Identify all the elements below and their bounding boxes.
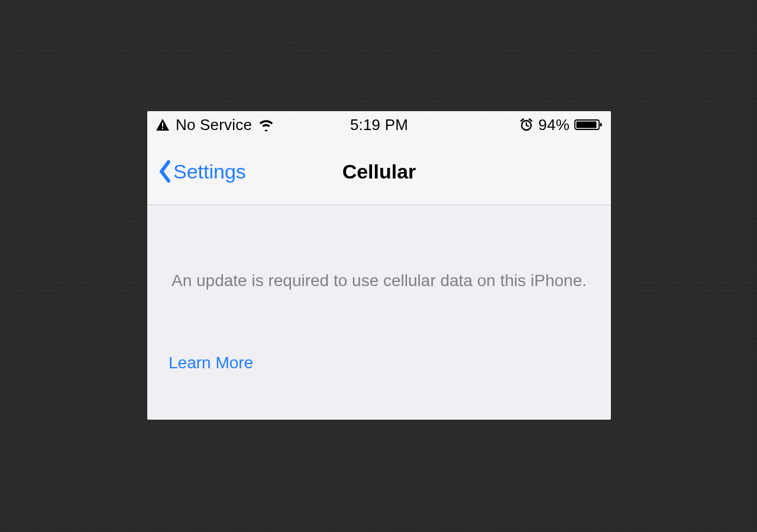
back-button[interactable]: Settings (147, 160, 246, 183)
warning-triangle-icon (156, 118, 170, 131)
svg-rect-9 (600, 123, 602, 126)
status-bar: No Service 5:19 PM 94% (147, 111, 611, 138)
battery-icon (574, 118, 603, 131)
wifi-icon (258, 118, 274, 131)
battery-percent-text: 94% (538, 116, 570, 134)
update-required-message: An update is required to use cellular da… (169, 269, 590, 293)
content-area: An update is required to use cellular da… (147, 269, 611, 372)
alarm-clock-icon (519, 118, 533, 131)
status-bar-left: No Service (147, 116, 519, 134)
svg-line-5 (521, 119, 523, 121)
svg-line-6 (529, 119, 532, 121)
svg-line-4 (526, 125, 529, 126)
svg-rect-1 (162, 128, 163, 129)
status-bar-right: 94% (519, 116, 611, 134)
chevron-left-icon (158, 160, 172, 183)
learn-more-link[interactable]: Learn More (169, 353, 253, 372)
phone-settings-panel: No Service 5:19 PM 94% (147, 111, 611, 420)
back-button-label: Settings (173, 160, 246, 183)
svg-rect-8 (577, 122, 597, 128)
svg-rect-0 (162, 123, 163, 127)
nav-header: Settings Cellular (147, 138, 611, 205)
carrier-status-text: No Service (176, 116, 252, 134)
